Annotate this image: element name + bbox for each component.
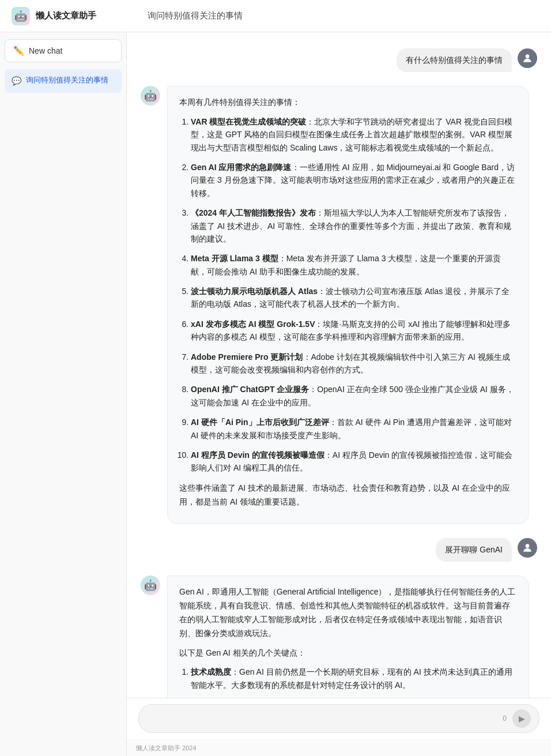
user-avatar-2: [518, 538, 537, 558]
char-count: 0: [503, 714, 507, 723]
input-row: 0 ▶: [138, 704, 539, 733]
list-item: AI 硬件「Ai Pin」上市后收到广泛差评：首款 AI 硬件 Ai Pin 遭…: [191, 416, 517, 442]
user-bubble-2: 展开聊聊 GenAI: [436, 538, 512, 562]
app-logo: 🤖 懒人读文章助手: [12, 7, 138, 25]
list-item: AI 程序员 Devin 的宣传视频被曝造假：AI 程序员 Devin 的宣传视…: [191, 449, 517, 475]
list-item: Meta 开源 Llama 3 模型：Meta 发布并开源了 Llama 3 大…: [191, 252, 517, 278]
input-area: 0 ▶: [127, 698, 551, 740]
main-layout: ✏️ New chat 💬 询问特别值得关注的事情 有什么特别值得关注的事情 🤖…: [0, 32, 551, 756]
list-item: Adobe Premiere Pro 更新计划：Adobe 计划在其视频编辑软件…: [191, 351, 517, 377]
send-button[interactable]: ▶: [512, 709, 531, 728]
user-avatar: [518, 48, 537, 68]
ai-summary-1: 这些事件涵盖了 AI 技术的最新进展、市场动态、社会责任和教育趋势，以及 AI …: [179, 482, 517, 509]
list-item: 《2024 年人工智能指数报告》发布：斯坦福大学以人为本人工智能研究所发布了该报…: [191, 206, 517, 245]
send-icon: ▶: [519, 714, 525, 723]
footer-text: 懒人读文章助手 2024: [136, 744, 197, 751]
chat-area: 有什么特别值得关注的事情 🤖 本周有几件特别值得关注的事情： VAR 模型在视觉…: [127, 32, 551, 756]
new-chat-icon: ✏️: [13, 46, 24, 56]
list-item: VAR 模型在视觉生成领域的突破：北京大学和字节跳动的研究者提出了 VAR 视觉…: [191, 115, 517, 154]
ai-message-row-2: 🤖 Gen AI，即通用人工智能（General Artificial Inte…: [127, 571, 551, 698]
header: 🤖 懒人读文章助手 询问特别值得关注的事情: [0, 0, 551, 32]
ai-message-row-1: 🤖 本周有几件特别值得关注的事情： VAR 模型在视觉生成领域的突破：北京大学和…: [127, 81, 551, 529]
list-item: OpenAI 推广 ChatGPT 企业服务：OpenAI 正在向全球 500 …: [191, 383, 517, 409]
list-item: Gen AI 应用需求的急剧降速：一些通用性 AI 应用，如 Midjourne…: [191, 161, 517, 200]
header-title: 询问特别值得关注的事情: [148, 10, 243, 21]
ai-intro-1: 本周有几件特别值得关注的事情：: [179, 96, 517, 110]
ai-bubble-1: 本周有几件特别值得关注的事情： VAR 模型在视觉生成领域的突破：北京大学和字节…: [167, 86, 529, 524]
ai-avatar-2: 🤖: [141, 576, 160, 595]
app-name: 懒人读文章助手: [36, 10, 96, 21]
user-message-row: 有什么特别值得关注的事情: [127, 44, 551, 77]
user-bubble: 有什么特别值得关注的事情: [397, 48, 512, 72]
footer: 懒人读文章助手 2024: [127, 740, 551, 756]
svg-point-0: [526, 54, 530, 58]
ai-avatar-1: 🤖: [141, 86, 160, 106]
list-item: 技术成熟度：Gen AI 目前仍然是一个长期的研究目标，现有的 AI 技术尚未达…: [191, 665, 517, 691]
sidebar: ✏️ New chat 💬 询问特别值得关注的事情: [0, 32, 127, 756]
chat-icon: 💬: [12, 76, 21, 87]
new-chat-button[interactable]: ✏️ New chat: [5, 39, 122, 62]
sidebar-item-label: 询问特别值得关注的事情: [26, 75, 108, 85]
list-item: xAI 发布多模态 AI 模型 Grok-1.5V：埃隆·马斯克支持的公司 xA…: [191, 318, 517, 344]
sidebar-item-current-chat[interactable]: 💬 询问特别值得关注的事情: [5, 69, 122, 93]
svg-point-1: [526, 544, 530, 548]
chat-messages: 有什么特别值得关注的事情 🤖 本周有几件特别值得关注的事情： VAR 模型在视觉…: [127, 32, 551, 698]
ai-list-1: VAR 模型在视觉生成领域的突破：北京大学和字节跳动的研究者提出了 VAR 视觉…: [179, 115, 517, 475]
ai-bubble-2: Gen AI，即通用人工智能（General Artificial Intell…: [167, 576, 529, 698]
new-chat-label: New chat: [29, 46, 62, 55]
logo-icon: 🤖: [12, 7, 30, 25]
ai-list-2: 技术成熟度：Gen AI 目前仍然是一个长期的研究目标，现有的 AI 技术尚未达…: [179, 665, 517, 698]
ai-followup-2: 以下是 Gen AI 相关的几个关键点：: [179, 646, 517, 660]
ai-intro-2: Gen AI，即通用人工智能（General Artificial Intell…: [179, 585, 517, 640]
list-item: 波士顿动力展示电动版机器人 Atlas：波士顿动力公司宣布液压版 Atlas 退…: [191, 285, 517, 311]
user-message-row-2: 展开聊聊 GenAI: [127, 533, 551, 566]
chat-input[interactable]: [149, 714, 497, 723]
